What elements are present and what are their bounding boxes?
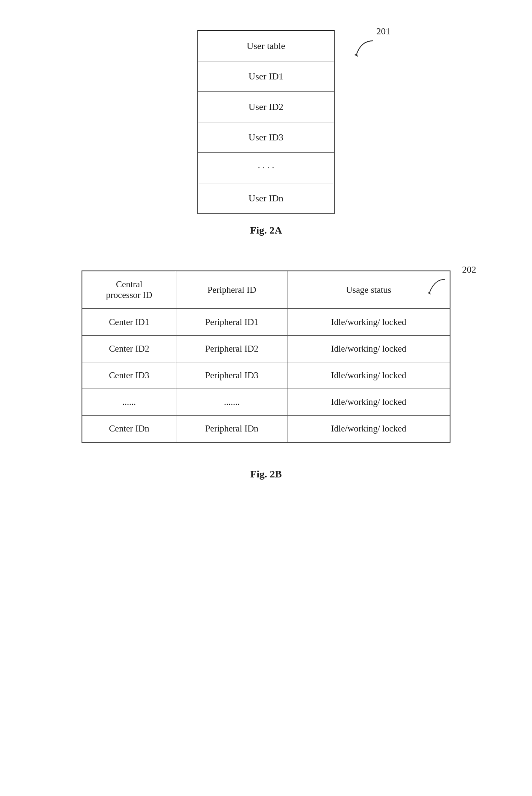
ref-arrow-202-icon xyxy=(425,277,450,298)
fig2a-section: 201 User table User ID1 User ID2 User ID… xyxy=(34,30,498,236)
svg-marker-1 xyxy=(428,292,431,295)
ref-arrow-201-icon xyxy=(352,39,378,60)
user-table-row-dots: · · · · xyxy=(198,153,334,183)
cell-center-idn: Center IDn xyxy=(82,416,176,443)
ref-label-202: 202 xyxy=(462,264,476,275)
table-row: Center ID3 Peripheral ID3 Idle/working/ … xyxy=(82,362,450,389)
table-header-row: Centralprocessor ID Peripheral ID Usage … xyxy=(82,271,450,309)
user-table-row-id1: User ID1 xyxy=(198,61,334,92)
col-header-cpu-id: Centralprocessor ID xyxy=(82,271,176,309)
cell-peripheral-idn: Peripheral IDn xyxy=(176,416,287,443)
cell-usage-3: Idle/working/ locked xyxy=(287,362,450,389)
user-table: User table User ID1 User ID2 User ID3 · … xyxy=(197,30,335,214)
cell-peripheral-id3: Peripheral ID3 xyxy=(176,362,287,389)
table-row: Center IDn Peripheral IDn Idle/working/ … xyxy=(82,416,450,443)
cell-peripheral-id1: Peripheral ID1 xyxy=(176,309,287,336)
col-header-peripheral-id: Peripheral ID xyxy=(176,271,287,309)
table-row: ...... ....... Idle/working/ locked xyxy=(82,389,450,416)
cell-center-id3: Center ID3 xyxy=(82,362,176,389)
cell-dots-peripheral: ....... xyxy=(176,389,287,416)
cell-peripheral-id2: Peripheral ID2 xyxy=(176,336,287,362)
user-table-row-id3: User ID3 xyxy=(198,122,334,153)
cell-usage-2: Idle/working/ locked xyxy=(287,336,450,362)
fig2b-caption: Fig. 2B xyxy=(250,468,281,480)
fig2b-wrapper: 202 Centralprocessor ID Peripheral ID Us… xyxy=(34,270,498,443)
user-table-header: User table xyxy=(198,31,334,61)
cell-center-id1: Center ID1 xyxy=(82,309,176,336)
fig2b-section: 202 Centralprocessor ID Peripheral ID Us… xyxy=(34,270,498,480)
peripheral-table: Centralprocessor ID Peripheral ID Usage … xyxy=(82,270,450,443)
table-row: Center ID2 Peripheral ID2 Idle/working/ … xyxy=(82,336,450,362)
table-row: Center ID1 Peripheral ID1 Idle/working/ … xyxy=(82,309,450,336)
cell-usage-1: Idle/working/ locked xyxy=(287,309,450,336)
ref-label-201: 201 xyxy=(376,26,390,37)
fig2a-caption: Fig. 2A xyxy=(250,225,282,236)
cell-usage-dots: Idle/working/ locked xyxy=(287,389,450,416)
cell-usage-n: Idle/working/ locked xyxy=(287,416,450,443)
cell-dots-cpu: ...... xyxy=(82,389,176,416)
cell-center-id2: Center ID2 xyxy=(82,336,176,362)
fig2a-wrapper: 201 User table User ID1 User ID2 User ID… xyxy=(197,30,335,214)
user-table-row-id2: User ID2 xyxy=(198,92,334,122)
svg-marker-0 xyxy=(354,53,358,57)
user-table-row-idn: User IDn xyxy=(198,183,334,213)
